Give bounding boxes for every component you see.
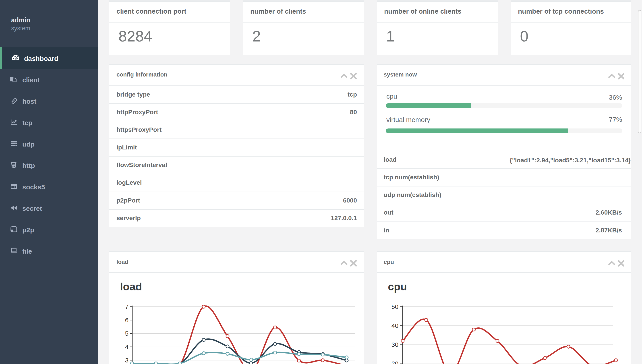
svg-text:6: 6 bbox=[125, 317, 128, 324]
svg-text:20: 20 bbox=[392, 360, 398, 364]
svg-text:50: 50 bbox=[392, 303, 398, 310]
svg-text:40: 40 bbox=[392, 322, 398, 329]
svg-text:4: 4 bbox=[125, 344, 128, 350]
svg-text:3: 3 bbox=[125, 357, 128, 364]
svg-text:5: 5 bbox=[125, 330, 128, 337]
svg-text:30: 30 bbox=[392, 341, 398, 348]
svg-text:7: 7 bbox=[125, 303, 128, 310]
